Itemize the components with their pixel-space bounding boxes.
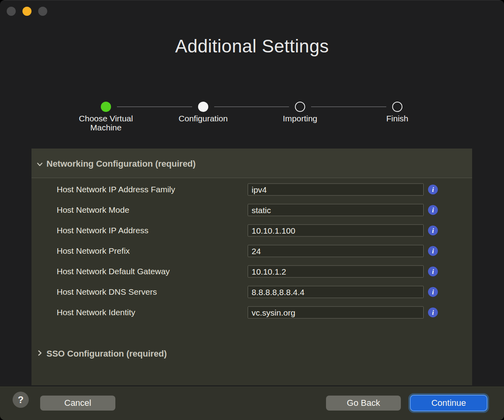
footer-bar: ? Cancel Go Back Continue xyxy=(0,386,504,420)
info-icon[interactable]: i xyxy=(428,246,438,256)
step-label-configuration: Configuration xyxy=(160,114,246,123)
wizard-window: Additional Settings Choose Virtual Machi… xyxy=(0,0,504,420)
networking-section-title: Networking Configuration (required) xyxy=(46,159,196,169)
info-icon[interactable]: i xyxy=(428,267,438,277)
form-row-host-network-default-gateway: Host Network Default Gateway i xyxy=(32,261,472,282)
continue-button[interactable]: Continue xyxy=(410,395,487,411)
host-network-ip-address-input[interactable] xyxy=(248,225,424,237)
host-network-prefix-input[interactable] xyxy=(248,245,424,257)
field-label: Host Network Identity xyxy=(57,308,135,317)
page-title: Additional Settings xyxy=(0,35,504,57)
form-row-host-network-identity: Host Network Identity i xyxy=(32,302,472,323)
settings-panel: Networking Configuration (required) Host… xyxy=(32,149,472,385)
networking-section-header: Networking Configuration (required) xyxy=(32,149,472,178)
host-network-ip-address-family-input[interactable] xyxy=(248,184,424,196)
host-network-mode-input[interactable] xyxy=(248,204,424,216)
networking-section-toggle[interactable]: Networking Configuration (required) xyxy=(35,159,196,169)
field-label: Host Network Default Gateway xyxy=(57,267,170,276)
info-icon[interactable]: i xyxy=(428,226,438,236)
step-connector xyxy=(311,106,386,107)
chevron-down-icon xyxy=(35,160,44,169)
go-back-button[interactable]: Go Back xyxy=(326,396,401,411)
host-network-identity-input[interactable] xyxy=(248,307,424,319)
minimize-window-button[interactable] xyxy=(22,7,32,16)
chevron-right-icon xyxy=(35,349,44,359)
field-label: Host Network IP Address xyxy=(57,226,148,235)
step-label-finish: Finish xyxy=(354,114,441,123)
host-network-default-gateway-input[interactable] xyxy=(248,266,424,278)
form-row-host-network-ip-address: Host Network IP Address i xyxy=(32,220,472,241)
info-icon[interactable]: i xyxy=(428,185,438,195)
form-row-host-network-prefix: Host Network Prefix i xyxy=(32,241,472,261)
field-label: Host Network IP Address Family xyxy=(57,185,175,194)
help-button[interactable]: ? xyxy=(13,392,29,408)
form-row-host-network-dns-servers: Host Network DNS Servers i xyxy=(32,282,472,302)
cancel-button[interactable]: Cancel xyxy=(40,396,115,411)
step-dot-importing xyxy=(295,102,305,112)
sso-section-toggle[interactable]: SSO Configuration (required) xyxy=(35,349,167,359)
step-dot-finish xyxy=(392,102,402,112)
form-row-host-network-ip-address-family: Host Network IP Address Family i xyxy=(32,179,472,200)
host-network-dns-servers-input[interactable] xyxy=(248,286,424,298)
step-connector xyxy=(214,106,289,107)
window-controls xyxy=(7,7,47,16)
sso-section-title: SSO Configuration (required) xyxy=(46,349,167,359)
step-label-choose-virtual-machine: Choose Virtual Machine xyxy=(78,114,133,132)
info-icon[interactable]: i xyxy=(428,205,438,215)
info-icon[interactable]: i xyxy=(428,308,438,318)
info-icon[interactable]: i xyxy=(428,287,438,297)
field-label: Host Network Mode xyxy=(57,205,129,215)
step-label-importing: Importing xyxy=(257,114,343,123)
close-window-button[interactable] xyxy=(7,7,16,16)
zoom-window-button[interactable] xyxy=(38,7,47,16)
step-dot-configuration xyxy=(198,102,208,112)
step-connector xyxy=(117,106,192,107)
step-dot-choose-virtual-machine xyxy=(101,102,111,112)
form-row-host-network-mode: Host Network Mode i xyxy=(32,200,472,220)
field-label: Host Network Prefix xyxy=(57,246,130,256)
field-label: Host Network DNS Servers xyxy=(57,287,157,297)
